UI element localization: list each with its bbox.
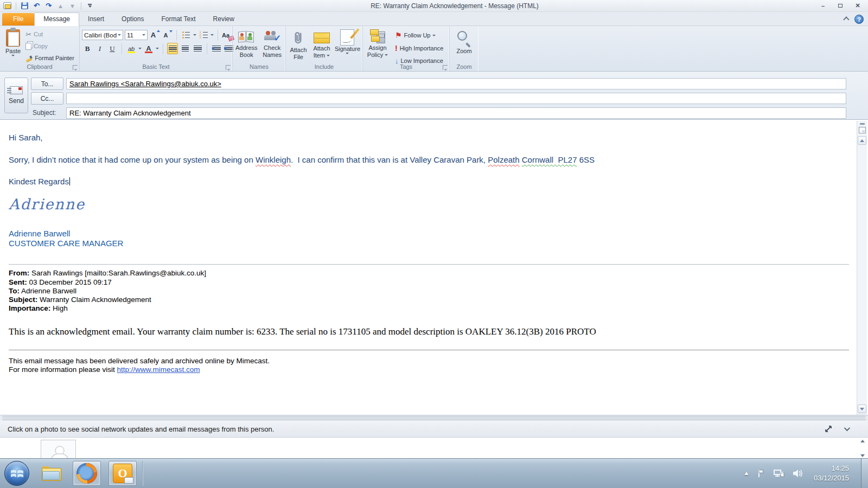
show-hidden-icons-button[interactable] xyxy=(744,472,749,475)
customize-qat-icon[interactable] xyxy=(85,2,94,10)
document-map-icon[interactable] xyxy=(859,127,866,133)
taskbar-clock[interactable]: 14:25 03/12/2015 xyxy=(814,464,849,483)
expand-icon[interactable] xyxy=(825,425,832,433)
dialog-launcher-icon[interactable] xyxy=(226,65,231,70)
clock-date: 03/12/2015 xyxy=(814,473,849,483)
tab-review[interactable]: Review xyxy=(205,13,243,25)
tab-insert[interactable]: Insert xyxy=(79,13,113,25)
format-painter-button[interactable]: Format Painter xyxy=(24,54,76,63)
chevron-down-icon xyxy=(11,55,15,56)
tab-message[interactable]: Message xyxy=(34,12,79,26)
scroll-up-button[interactable] xyxy=(858,136,866,145)
mimecast-link[interactable]: http://www.mimecast.com xyxy=(117,365,200,374)
chevron-down-icon[interactable] xyxy=(210,34,214,36)
shrink-font-button[interactable]: A xyxy=(162,29,173,41)
divider xyxy=(81,2,81,10)
chevron-down-icon[interactable] xyxy=(193,34,196,36)
taskbar-item-outlook[interactable]: O xyxy=(108,461,137,486)
chevron-down-icon[interactable] xyxy=(844,425,850,431)
people-pane-scrollbar[interactable] xyxy=(858,439,867,458)
divider xyxy=(16,2,16,10)
subject-label: Subject: xyxy=(33,109,56,117)
align-center-icon xyxy=(182,46,189,52)
cut-button[interactable]: Cut xyxy=(24,30,76,39)
attach-file-button[interactable]: Attach File xyxy=(288,29,309,60)
cc-button[interactable]: Cc... xyxy=(31,92,63,105)
highlight-button[interactable]: ab xyxy=(126,43,137,54)
check-names-button[interactable]: ✓ Check Names xyxy=(261,30,283,58)
minimize-button[interactable]: – xyxy=(815,1,831,11)
signature-button[interactable]: Signature xyxy=(335,29,360,54)
scroll-up-icon[interactable] xyxy=(860,440,865,442)
align-left-button[interactable] xyxy=(167,43,178,54)
splitter-handle-icon[interactable] xyxy=(860,123,865,125)
grow-font-button[interactable]: A xyxy=(149,29,160,41)
to-recipient[interactable]: Sarah Rawlings <Sarah.Rawlings@abiuk.co.… xyxy=(69,80,221,88)
zoom-button[interactable]: Zoom xyxy=(456,30,473,55)
dialog-launcher-icon[interactable] xyxy=(443,65,448,70)
font-size-select[interactable]: 11 xyxy=(125,30,148,40)
app-icon[interactable] xyxy=(3,2,12,10)
action-center-flag-icon[interactable] xyxy=(756,468,766,478)
chevron-down-icon[interactable] xyxy=(156,48,159,49)
assign-policy-icon xyxy=(370,29,385,44)
align-center-button[interactable] xyxy=(180,43,190,54)
help-icon[interactable]: ? xyxy=(854,15,864,24)
copy-button[interactable]: Copy xyxy=(24,42,76,51)
bullets-button[interactable] xyxy=(181,29,192,41)
chevron-down-icon[interactable] xyxy=(138,48,142,49)
italic-button[interactable]: I xyxy=(94,43,105,54)
assign-policy-button[interactable]: Assign Policy xyxy=(365,29,390,58)
attach-item-button[interactable]: Attach Item xyxy=(311,29,333,59)
tab-options[interactable]: Options xyxy=(113,13,152,25)
magnifier-icon xyxy=(456,30,473,47)
taskbar-item-explorer[interactable] xyxy=(37,461,65,486)
save-icon[interactable] xyxy=(20,2,29,10)
network-icon[interactable] xyxy=(774,468,784,478)
paste-icon xyxy=(6,29,20,47)
close-button[interactable]: ✕ xyxy=(850,1,866,11)
subject-field[interactable]: RE: Warranty Claim Acknowledgement xyxy=(66,107,846,119)
font-color-button[interactable]: A xyxy=(143,43,154,54)
to-field[interactable]: Sarah Rawlings <Sarah.Rawlings@abiuk.co.… xyxy=(66,78,846,89)
tab-format-text[interactable]: Format Text xyxy=(152,13,204,25)
undo-icon[interactable]: ↶ xyxy=(32,2,41,10)
decrease-indent-button[interactable] xyxy=(211,43,222,54)
address-book-button[interactable]: Address Book xyxy=(235,30,258,58)
vertical-scrollbar[interactable] xyxy=(857,121,867,415)
restore-button[interactable] xyxy=(832,1,848,11)
scroll-down-icon[interactable] xyxy=(860,454,865,457)
volume-icon[interactable] xyxy=(792,468,803,478)
group-label: Zoom xyxy=(450,63,478,70)
numbered-list-icon: 123 xyxy=(200,31,208,38)
collapse-ribbon-icon[interactable] xyxy=(843,17,850,22)
group-names: Address Book ✓ Check Names Names xyxy=(232,26,285,71)
spellcheck-word: Winkleigh xyxy=(256,155,291,164)
underline-button[interactable]: U xyxy=(107,43,118,54)
show-desktop-button[interactable] xyxy=(861,459,868,488)
text-cursor xyxy=(69,177,71,185)
cc-field[interactable] xyxy=(66,93,846,104)
align-right-button[interactable] xyxy=(192,43,203,54)
chevron-down-icon xyxy=(385,54,388,56)
follow-up-button[interactable]: ⚑Follow Up xyxy=(393,30,445,40)
bold-button[interactable]: B xyxy=(82,43,93,54)
numbering-button[interactable]: 123 xyxy=(198,29,209,41)
dialog-launcher-icon[interactable] xyxy=(73,65,78,70)
script-signature: Adrienne xyxy=(9,195,849,214)
message-editor[interactable]: Hi Sarah, Sorry, I didn’t notice that it… xyxy=(1,121,857,415)
pane-splitter[interactable] xyxy=(0,415,868,421)
paste-button[interactable]: Paste xyxy=(2,28,24,58)
font-name-select[interactable]: Calibri (Bod xyxy=(82,30,123,40)
taskbar-item-firefox[interactable] xyxy=(73,461,101,486)
tab-file[interactable]: File xyxy=(2,13,34,25)
previous-item-icon: ▲ xyxy=(56,2,65,10)
high-importance-button[interactable]: !High Importance xyxy=(393,43,445,53)
group-basic-text: Calibri (Bod 11 A A 123 Aa B I U ab A xyxy=(79,26,232,71)
scroll-down-button[interactable] xyxy=(858,404,866,413)
send-button[interactable]: Send xyxy=(4,78,28,113)
to-button[interactable]: To... xyxy=(31,78,63,90)
start-button[interactable] xyxy=(4,461,29,486)
redo-icon[interactable]: ↷ xyxy=(44,2,53,10)
firefox-icon xyxy=(76,463,97,484)
